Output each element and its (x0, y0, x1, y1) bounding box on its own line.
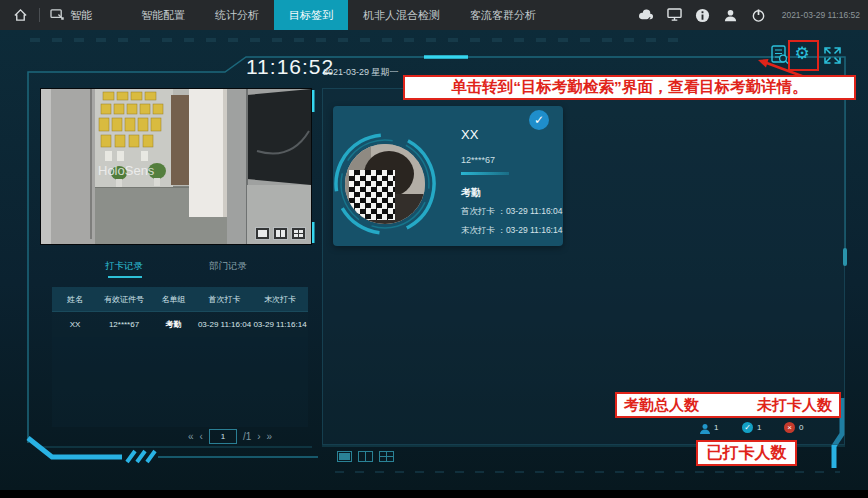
top-navbar: 智能 智能配置 统计分析 目标签到 机非人混合检测 客流客群分析 (0, 0, 868, 30)
last-punch-value: 03-29 11:16:14 (506, 225, 563, 235)
layout-split-2-icon[interactable] (273, 227, 288, 240)
tab-department-records[interactable]: 部门记录 (196, 260, 260, 273)
target-id: 12****67 (461, 155, 495, 165)
target-name: XX (461, 127, 478, 142)
col-header-first-punch: 首次打卡 (197, 294, 252, 305)
nav-item-passenger-analysis[interactable]: 客流客群分析 (455, 0, 551, 30)
video-layout-buttons (255, 227, 306, 240)
punched-check-icon: ✓ (742, 422, 753, 433)
navbar-right-cluster: 2021-03-29 11:16:52 (638, 7, 868, 24)
col-header-group: 名单组 (150, 294, 197, 305)
brand-area[interactable]: 智能 (50, 8, 92, 23)
first-punch-line: 首次打卡 ：03-29 11:16:04 (461, 206, 562, 218)
card-divider-bar (461, 172, 509, 175)
nav-item-smart-config[interactable]: 智能配置 (126, 0, 200, 30)
fullscreen-expand-icon[interactable] (823, 46, 841, 64)
col-header-last-punch: 末次打卡 (252, 294, 308, 305)
cell-group: 考勤 (150, 319, 197, 330)
page-total: /1 (243, 431, 251, 442)
col-header-id: 有效证件号 (98, 294, 150, 305)
live-video-tile[interactable]: HoloSens (40, 88, 312, 245)
first-punch-value: 03-29 11:16:04 (506, 206, 563, 216)
total-people-icon (699, 421, 711, 439)
monitor-icon[interactable] (666, 7, 683, 24)
annotation-count-labels: 考勤总人数 未打卡人数 (615, 392, 841, 418)
cell-id: 12****67 (98, 320, 150, 329)
nav-item-mixed-detection[interactable]: 机非人混合检测 (348, 0, 455, 30)
grid-view-large-icon[interactable] (337, 448, 352, 459)
navbar-divider (39, 8, 40, 22)
layout-split-4-icon[interactable] (291, 227, 306, 240)
device-icon (50, 9, 65, 22)
annotation-unpunched-label: 未打卡人数 (757, 396, 832, 415)
target-photo (345, 144, 425, 224)
total-people-count: 1 (714, 423, 718, 432)
prev-page-icon[interactable]: ‹ (200, 431, 203, 442)
nav-menu: 智能配置 统计分析 目标签到 机非人混合检测 客流客群分析 (126, 0, 551, 30)
annotation-punched-label: 已打卡人数 (696, 440, 797, 466)
home-icon[interactable] (12, 7, 29, 24)
annotation-total-label: 考勤总人数 (624, 396, 699, 415)
video-scene: HoloSens (41, 89, 311, 244)
cell-last-punch: 03-29 11:16:14 (252, 320, 308, 329)
cell-first-punch: 03-29 11:16:04 (197, 320, 252, 329)
checked-in-badge-icon: ✓ (529, 110, 549, 130)
scrollbar-thumb[interactable] (843, 248, 847, 266)
last-page-icon[interactable]: » (267, 431, 273, 442)
table-header-row: 姓名 有效证件号 名单组 首次打卡 末次打卡 (52, 287, 308, 312)
user-icon[interactable] (722, 7, 739, 24)
target-detail-card[interactable]: ✓ XX 12****67 考勤 首次打卡 ：03-29 11:16:04 末次… (333, 106, 563, 246)
active-tab-underline (108, 276, 142, 278)
unpunched-cross-icon: × (784, 422, 795, 433)
grid-view-medium-icon[interactable] (358, 448, 373, 459)
punch-records-table: 姓名 有效证件号 名单组 首次打卡 末次打卡 XX 12****67 考勤 03… (52, 287, 308, 427)
app-window: 智能 智能配置 统计分析 目标签到 机非人混合检测 客流客群分析 (0, 0, 868, 498)
brand-label: 智能 (70, 8, 92, 23)
annotation-top-tip: 单击转到“目标考勤检索”界面，查看目标考勤详情。 (403, 75, 856, 100)
clock-date: 2021-03-29 星期一 (323, 66, 399, 79)
last-punch-line: 末次打卡 ：03-29 11:16:14 (461, 225, 562, 237)
unpunched-count: 0 (799, 423, 803, 432)
layout-single-icon[interactable] (255, 227, 270, 240)
last-punch-label: 末次打卡 ： (461, 225, 506, 235)
video-watermark: HoloSens (98, 163, 155, 178)
attendance-search-icon[interactable] (770, 44, 790, 66)
col-header-name: 姓名 (52, 294, 98, 305)
page-number-input[interactable] (209, 429, 237, 444)
info-icon[interactable] (694, 7, 711, 24)
tab-punch-records[interactable]: 打卡记录 (92, 260, 156, 273)
pagination: « ‹ /1 › » (188, 428, 323, 444)
attendance-group-label: 考勤 (461, 186, 481, 200)
power-icon[interactable] (750, 7, 767, 24)
table-row[interactable]: XX 12****67 考勤 03-29 11:16:04 03-29 11:1… (52, 312, 308, 337)
nav-item-statistics[interactable]: 统计分析 (200, 0, 274, 30)
clock-time: 11:16:52 (246, 55, 334, 79)
cloud-push-icon[interactable] (638, 7, 655, 24)
punched-count: 1 (757, 423, 761, 432)
nav-item-target-checkin[interactable]: 目标签到 (274, 0, 348, 30)
table-empty-area (52, 337, 308, 427)
navbar-timestamp: 2021-03-29 11:16:52 (782, 10, 860, 20)
grid-view-small-icon[interactable] (379, 448, 394, 459)
next-page-icon[interactable]: › (257, 431, 260, 442)
first-punch-label: 首次打卡 ： (461, 206, 506, 216)
settings-gear-icon[interactable]: ⚙ (791, 42, 813, 65)
cell-name: XX (52, 320, 98, 329)
first-page-icon[interactable]: « (188, 431, 194, 442)
